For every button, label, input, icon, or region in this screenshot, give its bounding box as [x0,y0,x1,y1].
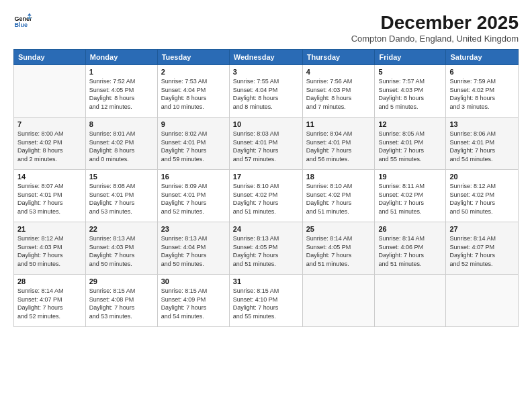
day-info: Sunrise: 8:06 AM Sunset: 4:01 PM Dayligh… [449,130,515,163]
day-info: Sunrise: 8:15 AM Sunset: 4:08 PM Dayligh… [89,287,154,320]
day-info: Sunrise: 8:09 AM Sunset: 4:01 PM Dayligh… [161,182,226,216]
header-saturday: Saturday [446,50,519,65]
day-number: 23 [161,225,226,233]
table-row: 7Sunrise: 8:00 AM Sunset: 4:02 PM Daylig… [14,118,86,170]
day-info: Sunrise: 7:53 AM Sunset: 4:04 PM Dayligh… [161,77,226,111]
table-row: 21Sunrise: 8:12 AM Sunset: 4:03 PM Dayli… [14,222,86,275]
day-info: Sunrise: 7:56 AM Sunset: 4:03 PM Dayligh… [306,77,371,111]
day-info: Sunrise: 8:05 AM Sunset: 4:01 PM Dayligh… [378,130,442,163]
table-row: 27Sunrise: 8:14 AM Sunset: 4:07 PM Dayli… [446,222,519,275]
table-row: 12Sunrise: 8:05 AM Sunset: 4:01 PM Dayli… [375,118,446,170]
day-number: 18 [306,173,371,181]
header-tuesday: Tuesday [157,50,229,65]
table-row: 9Sunrise: 8:02 AM Sunset: 4:01 PM Daylig… [157,118,229,170]
day-info: Sunrise: 8:13 AM Sunset: 4:05 PM Dayligh… [233,234,299,268]
table-row: 31Sunrise: 8:15 AM Sunset: 4:10 PM Dayli… [229,275,302,327]
header-friday: Friday [375,50,446,65]
day-info: Sunrise: 8:01 AM Sunset: 4:02 PM Dayligh… [89,130,154,163]
table-row: 18Sunrise: 8:10 AM Sunset: 4:02 PM Dayli… [302,170,375,222]
day-info: Sunrise: 8:10 AM Sunset: 4:02 PM Dayligh… [306,182,371,216]
location: Compton Dando, England, United Kingdom [351,34,519,44]
day-number: 12 [378,120,442,128]
calendar-week-row: 14Sunrise: 8:07 AM Sunset: 4:01 PM Dayli… [14,170,519,222]
month-title: December 2025 [351,12,519,34]
day-number: 19 [378,173,442,181]
day-number: 1 [89,68,154,76]
table-row: 17Sunrise: 8:10 AM Sunset: 4:02 PM Dayli… [229,170,302,222]
day-info: Sunrise: 7:55 AM Sunset: 4:04 PM Dayligh… [233,77,299,111]
day-number: 2 [161,68,226,76]
table-row: 1Sunrise: 7:52 AM Sunset: 4:05 PM Daylig… [85,65,157,118]
table-row: 4Sunrise: 7:56 AM Sunset: 4:03 PM Daylig… [302,65,375,118]
day-info: Sunrise: 8:14 AM Sunset: 4:07 PM Dayligh… [17,287,82,320]
day-info: Sunrise: 8:14 AM Sunset: 4:06 PM Dayligh… [378,234,442,268]
day-info: Sunrise: 8:15 AM Sunset: 4:10 PM Dayligh… [233,287,299,320]
table-row: 29Sunrise: 8:15 AM Sunset: 4:08 PM Dayli… [85,275,157,327]
table-row: 30Sunrise: 8:15 AM Sunset: 4:09 PM Dayli… [157,275,229,327]
table-row: 2Sunrise: 7:53 AM Sunset: 4:04 PM Daylig… [157,65,229,118]
day-number: 5 [378,68,442,76]
day-number: 11 [306,120,371,128]
day-info: Sunrise: 7:52 AM Sunset: 4:05 PM Dayligh… [89,77,154,111]
day-info: Sunrise: 8:11 AM Sunset: 4:02 PM Dayligh… [378,182,442,216]
logo-icon: General Blue [13,12,32,31]
table-row [302,275,375,327]
table-row [375,275,446,327]
logo: General Blue [13,12,32,31]
day-number: 20 [449,173,515,181]
day-info: Sunrise: 8:14 AM Sunset: 4:07 PM Dayligh… [449,234,515,268]
day-number: 29 [89,277,154,285]
table-row [446,275,519,327]
day-number: 16 [161,173,226,181]
day-number: 15 [89,173,154,181]
calendar-header-row: Sunday Monday Tuesday Wednesday Thursday… [14,50,519,65]
day-info: Sunrise: 8:13 AM Sunset: 4:03 PM Dayligh… [89,234,154,268]
day-info: Sunrise: 8:03 AM Sunset: 4:01 PM Dayligh… [233,130,299,163]
table-row: 16Sunrise: 8:09 AM Sunset: 4:01 PM Dayli… [157,170,229,222]
svg-marker-2 [28,13,32,15]
day-number: 9 [161,120,226,128]
header-wednesday: Wednesday [229,50,302,65]
calendar-week-row: 28Sunrise: 8:14 AM Sunset: 4:07 PM Dayli… [14,275,519,327]
table-row: 3Sunrise: 7:55 AM Sunset: 4:04 PM Daylig… [229,65,302,118]
day-number: 26 [378,225,442,233]
table-row: 22Sunrise: 8:13 AM Sunset: 4:03 PM Dayli… [85,222,157,275]
day-info: Sunrise: 8:10 AM Sunset: 4:02 PM Dayligh… [233,182,299,216]
day-number: 27 [449,225,515,233]
calendar-week-row: 1Sunrise: 7:52 AM Sunset: 4:05 PM Daylig… [14,65,519,118]
day-number: 21 [17,225,82,233]
day-number: 6 [449,68,515,76]
table-row: 24Sunrise: 8:13 AM Sunset: 4:05 PM Dayli… [229,222,302,275]
day-number: 8 [89,120,154,128]
day-number: 14 [17,173,82,181]
table-row: 19Sunrise: 8:11 AM Sunset: 4:02 PM Dayli… [375,170,446,222]
day-info: Sunrise: 8:13 AM Sunset: 4:04 PM Dayligh… [161,234,226,268]
day-info: Sunrise: 7:57 AM Sunset: 4:03 PM Dayligh… [378,77,442,111]
day-info: Sunrise: 8:12 AM Sunset: 4:02 PM Dayligh… [449,182,515,216]
calendar: Sunday Monday Tuesday Wednesday Thursday… [13,49,519,327]
day-info: Sunrise: 8:07 AM Sunset: 4:01 PM Dayligh… [17,182,82,216]
day-number: 31 [233,277,299,285]
calendar-week-row: 21Sunrise: 8:12 AM Sunset: 4:03 PM Dayli… [14,222,519,275]
day-info: Sunrise: 7:59 AM Sunset: 4:02 PM Dayligh… [449,77,515,111]
table-row: 14Sunrise: 8:07 AM Sunset: 4:01 PM Dayli… [14,170,86,222]
table-row [14,65,86,118]
day-number: 30 [161,277,226,285]
day-info: Sunrise: 8:12 AM Sunset: 4:03 PM Dayligh… [17,234,82,268]
day-number: 24 [233,225,299,233]
table-row: 11Sunrise: 8:04 AM Sunset: 4:01 PM Dayli… [302,118,375,170]
table-row: 26Sunrise: 8:14 AM Sunset: 4:06 PM Dayli… [375,222,446,275]
page: General Blue December 2025 Compton Dando… [0,0,532,411]
header-sunday: Sunday [14,50,86,65]
title-area: December 2025 Compton Dando, England, Un… [351,12,519,44]
svg-text:Blue: Blue [14,21,28,28]
table-row: 10Sunrise: 8:03 AM Sunset: 4:01 PM Dayli… [229,118,302,170]
table-row: 28Sunrise: 8:14 AM Sunset: 4:07 PM Dayli… [14,275,86,327]
table-row: 23Sunrise: 8:13 AM Sunset: 4:04 PM Dayli… [157,222,229,275]
day-number: 3 [233,68,299,76]
day-number: 13 [449,120,515,128]
calendar-week-row: 7Sunrise: 8:00 AM Sunset: 4:02 PM Daylig… [14,118,519,170]
table-row: 20Sunrise: 8:12 AM Sunset: 4:02 PM Dayli… [446,170,519,222]
header-thursday: Thursday [302,50,375,65]
table-row: 6Sunrise: 7:59 AM Sunset: 4:02 PM Daylig… [446,65,519,118]
